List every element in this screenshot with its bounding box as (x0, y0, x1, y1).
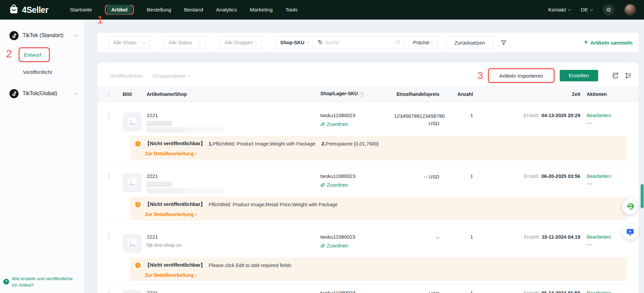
col-price: Einzelhandelspreis (394, 91, 439, 97)
edit-details-link[interactable]: Zur Detailbearbeitung › (145, 211, 627, 217)
sku-help-icon[interactable]: ? (359, 92, 364, 97)
search-input[interactable] (325, 40, 395, 45)
scrollbar-thumb[interactable] (641, 184, 644, 208)
video-demo-button[interactable] (622, 224, 638, 240)
chevron-down-icon (74, 91, 78, 95)
product-name: 2221 (147, 173, 320, 179)
col-bild: Bild (118, 91, 131, 97)
more-actions-button[interactable]: ... (587, 119, 635, 125)
search-icon (395, 39, 401, 46)
main-nav: Startseite Artikel Bestellung Bestand An… (70, 5, 298, 15)
shops-select[interactable]: Alle Shops (109, 36, 150, 49)
row-checkbox[interactable] (109, 234, 109, 240)
annotation-box-artikel: Artikel (105, 5, 134, 15)
annotation-step-2: 2 (6, 48, 12, 59)
map-link[interactable]: Zuordnen (320, 243, 394, 248)
more-actions-button[interactable]: ... (587, 240, 635, 246)
reset-button[interactable]: Zurücksetzen (446, 36, 493, 49)
headset-chat-icon (626, 202, 635, 211)
price-value: -- USD (394, 290, 439, 293)
nav-item-analytics[interactable]: Analytics (216, 7, 237, 13)
avatar[interactable] (624, 4, 636, 16)
link-icon (320, 243, 325, 248)
export-list-icon[interactable] (612, 72, 619, 79)
price-currency: USD (394, 120, 439, 127)
more-actions-button[interactable]: ... (587, 180, 635, 185)
sidebar-item-entwurf[interactable]: Entwurf (19, 47, 50, 62)
bulk-action-dropdown[interactable]: Gruppenaktion (153, 73, 191, 79)
row-checkbox[interactable] (109, 290, 109, 293)
col-qty: Anzahl (439, 91, 473, 97)
search-combo: Shop-SKU (276, 36, 405, 49)
chevron-right-icon: › (195, 211, 197, 217)
row-checkbox[interactable] (109, 173, 109, 179)
main-content: Alle Shops Alle Status Alle Gruppen Shop… (84, 20, 644, 293)
product-name: 2221 (147, 234, 320, 240)
nav-item-marketing[interactable]: Marketing (250, 7, 273, 13)
create-button[interactable]: Erstellen (560, 70, 598, 81)
customer-support-button[interactable] (622, 199, 638, 214)
nav-item-startseite[interactable]: Startseite (70, 7, 92, 13)
chevron-right-icon: › (195, 272, 197, 278)
created-time: Erstellt: 06-13-2024 01:50 (473, 290, 580, 293)
select-all-checkbox[interactable] (109, 91, 109, 97)
warning-banner: ! 【Nicht veröffentlichbar】 1. Pflichtfel… (130, 136, 627, 160)
top-nav: 4Seller Startseite Artikel Bestellung Be… (0, 0, 644, 20)
chevron-down-icon (143, 41, 146, 44)
edit-link[interactable]: Bearbeiten (587, 112, 635, 118)
gear-icon: ⚙ (606, 6, 611, 14)
sidebar-group-tiktok-standort[interactable]: TikTok (Standort) (0, 29, 84, 42)
warning-icon: ! (135, 141, 141, 146)
match-mode-select[interactable]: Präzise (409, 36, 437, 49)
items-panel: Veröffentlichen Gruppenaktion 3 Artikeln… (97, 62, 639, 293)
sort-settings-icon[interactable] (624, 72, 632, 79)
sku-value: twsku11080023 (320, 173, 394, 179)
language-dropdown[interactable]: DE (581, 7, 593, 13)
price-value: -- (394, 234, 439, 241)
nav-item-bestellung[interactable]: Bestellung (147, 7, 171, 13)
edit-link[interactable]: Bearbeiten (587, 290, 635, 293)
advanced-search-icon (317, 39, 323, 46)
chevron-down-icon (255, 41, 258, 44)
groups-select[interactable]: Alle Gruppen (220, 36, 262, 49)
edit-details-link[interactable]: Zur Detailbearbeitung › (145, 272, 627, 278)
help-link[interactable]: ? Wie erstelle und veröffentliche ich Ar… (3, 275, 77, 288)
warning-icon: ! (135, 202, 141, 207)
edit-link[interactable]: Bearbeiten (587, 173, 635, 179)
nav-item-bestand[interactable]: Bestand (184, 7, 203, 13)
col-time: Zeit (473, 91, 580, 97)
quantity-value: 1 (470, 290, 473, 293)
kontakt-dropdown[interactable]: Kontakt (548, 7, 571, 13)
nav-item-artikel[interactable]: Artikel (107, 5, 132, 15)
map-link[interactable]: Zuordnen (320, 121, 394, 127)
product-name: 2221 (147, 112, 320, 118)
table-header: Bild Artikelname/Shop Shop/Lager-SKU? Ei… (97, 86, 639, 102)
collect-items-button[interactable]: ✦ Artikeln sammeln (584, 39, 633, 46)
created-time: Erstellt: 04-13-2025 20:29 (473, 112, 580, 136)
sidebar-item-veroeffentlicht[interactable]: Veröffentlicht (23, 69, 84, 78)
col-sku: Shop/Lager-SKU? (320, 91, 394, 97)
chevron-down-icon (431, 41, 434, 44)
nav-item-tools[interactable]: Tools (286, 7, 298, 13)
sidebar-group-tiktok-global[interactable]: TikTok(Global) (0, 87, 84, 100)
brand-logo[interactable]: 4Seller (9, 4, 49, 16)
publish-button[interactable]: Veröffentlichen (110, 73, 143, 79)
search-field-select[interactable]: Shop-SKU (276, 40, 313, 45)
settings-button[interactable]: ⚙ (603, 4, 614, 16)
map-link[interactable]: Zuordnen (320, 182, 394, 188)
row-checkbox[interactable] (109, 112, 109, 118)
sparkle-icon: ✦ (584, 39, 588, 46)
price-value: 123456789123456780 (394, 112, 439, 120)
col-name: Artikelname/Shop (147, 91, 320, 97)
filter-funnel-icon[interactable] (500, 39, 507, 46)
import-items-button[interactable]: Artikeln Importieren (490, 70, 553, 81)
annotation-step-3: 3 (477, 71, 483, 81)
quantity-value: 1 (470, 112, 473, 118)
status-select[interactable]: Alle Status (164, 36, 205, 49)
link-icon (320, 122, 325, 127)
table-row: 2221 hjk-test-shop-us twsku11080023 Zuor… (97, 224, 639, 285)
shopping-bag-icon (9, 4, 19, 16)
table-row: 2221 twsku11080023 -- USD 1 Erstellt: 06… (97, 285, 639, 293)
warning-banner: ! 【Nicht veröffentlichbar】 Pflichtfeld: … (130, 197, 627, 220)
edit-details-link[interactable]: Zur Detailbearbeitung › (145, 151, 627, 156)
